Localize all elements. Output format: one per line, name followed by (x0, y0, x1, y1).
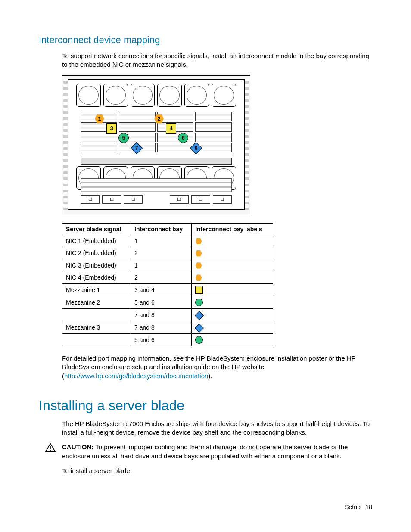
bay-marker-3: 3 (106, 123, 117, 134)
cell-label-shape (192, 283, 273, 296)
cell-bay: 7 and 8 (131, 309, 192, 321)
bay-marker-6: 6 (178, 133, 188, 143)
intro-paragraph: To support network connections for speci… (62, 52, 372, 69)
caution-label: CAUTION: (62, 443, 93, 451)
table-row: Mezzanine 13 and 4 (62, 283, 273, 296)
interconnect-mapping-table: Server blade signal Interconnect bay Int… (62, 223, 273, 347)
cell-label-shape (192, 259, 273, 271)
cell-signal: Mezzanine 2 (62, 296, 131, 308)
cell-signal (62, 309, 131, 321)
footer-section: Setup (345, 504, 361, 510)
cell-label-shape (192, 247, 273, 259)
cell-signal: Mezzanine 1 (62, 283, 131, 296)
cell-bay: 2 (131, 271, 192, 283)
bay-marker-4: 4 (166, 123, 176, 134)
table-row: Mezzanine 37 and 8 (62, 321, 273, 334)
cell-signal: NIC 3 (Embedded) (62, 259, 131, 271)
table-row: 7 and 8 (62, 309, 273, 321)
circle-shape-icon (195, 336, 203, 344)
table-row: NIC 1 (Embedded)1 (62, 235, 273, 247)
cell-bay: 3 and 4 (131, 283, 192, 296)
cell-signal: NIC 2 (Embedded) (62, 247, 131, 259)
section-heading-installing: Installing a server blade (39, 398, 372, 414)
installing-paragraph-1: The HP BladeSystem c7000 Enclosure ships… (62, 420, 372, 437)
hex-shape-icon (195, 262, 202, 269)
page-footer: Setup 18 (345, 504, 372, 510)
section-heading-interconnect: Interconnect device mapping (39, 34, 372, 46)
enclosure-diagram: 1 2 3 4 5 6 7 8 (62, 75, 372, 214)
caution-icon (45, 443, 56, 454)
cell-signal: Mezzanine 3 (62, 321, 131, 334)
cell-label-shape (192, 296, 273, 308)
cell-signal (62, 333, 131, 346)
col-header-bay: Interconnect bay (131, 223, 192, 235)
cell-signal: NIC 1 (Embedded) (62, 235, 131, 247)
documentation-link[interactable]: http://www.hp.com/go/bladesystem/documen… (64, 372, 208, 380)
col-header-signal: Server blade signal (62, 223, 131, 235)
diamond-shape-icon (195, 311, 204, 320)
table-row: Mezzanine 25 and 6 (62, 296, 273, 308)
cell-bay: 1 (131, 259, 192, 271)
bay-marker-5: 5 (118, 133, 129, 143)
diamond-shape-icon (195, 324, 204, 333)
cell-bay: 1 (131, 235, 192, 247)
installing-paragraph-2: To install a server blade: (62, 467, 372, 475)
after-table-paragraph: For detailed port mapping information, s… (62, 354, 372, 380)
cell-bay: 2 (131, 247, 192, 259)
cell-label-shape (192, 309, 273, 321)
circle-shape-icon (195, 299, 203, 306)
col-header-labels: Interconnect bay labels (192, 223, 273, 235)
caution-note: CAUTION: To prevent improper cooling and… (45, 443, 372, 460)
cell-bay: 7 and 8 (131, 321, 192, 334)
cell-label-shape (192, 333, 273, 346)
svg-point-1 (50, 450, 51, 451)
table-row: NIC 3 (Embedded)1 (62, 259, 273, 271)
footer-page-number: 18 (365, 504, 372, 510)
cell-label-shape (192, 235, 273, 247)
square-shape-icon (195, 286, 203, 294)
hex-shape-icon (195, 250, 202, 257)
caution-text: To prevent improper cooling and thermal … (62, 443, 348, 459)
cell-bay: 5 and 6 (131, 296, 192, 308)
hex-shape-icon (195, 238, 202, 245)
cell-signal: NIC 4 (Embedded) (62, 271, 131, 283)
table-row: NIC 2 (Embedded)2 (62, 247, 273, 259)
hex-shape-icon (195, 274, 202, 281)
table-row: 5 and 6 (62, 333, 273, 346)
cell-label-shape (192, 321, 273, 334)
table-row: NIC 4 (Embedded)2 (62, 271, 273, 283)
cell-bay: 5 and 6 (131, 333, 192, 346)
cell-label-shape (192, 271, 273, 283)
